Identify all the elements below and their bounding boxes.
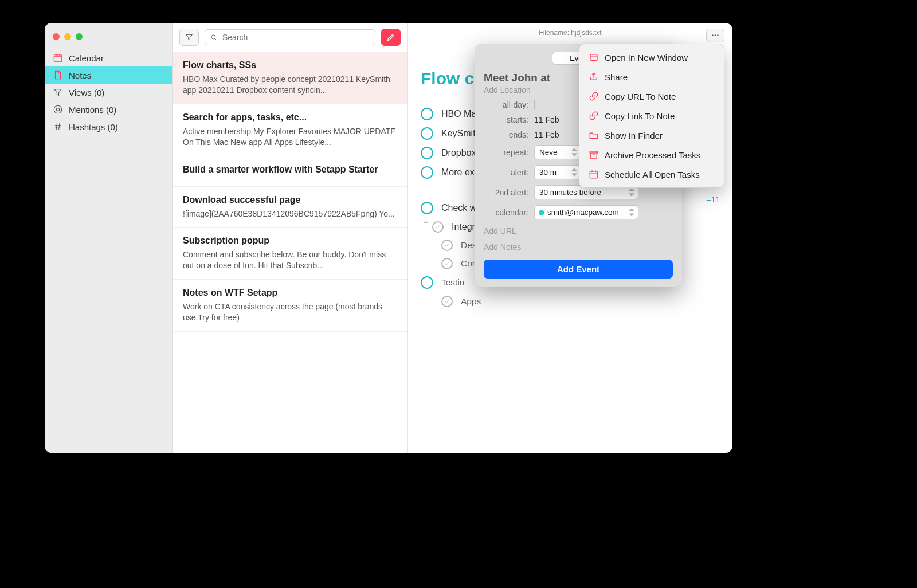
- todo-bullet-icon[interactable]: [421, 147, 433, 159]
- note-list-pane: Flow charts, SSs HBO Max Curated by peop…: [173, 23, 408, 453]
- svg-rect-5: [590, 151, 598, 153]
- menu-schedule-tasks[interactable]: Schedule All Open Tasks: [583, 164, 720, 184]
- sidebar-item-label: Mentions (0): [69, 105, 116, 115]
- menu-archive-tasks[interactable]: Archive Processed Tasks: [583, 145, 720, 164]
- menu-open-new-window[interactable]: Open In New Window: [583, 48, 720, 67]
- filter-button[interactable]: [179, 29, 199, 46]
- check-icon[interactable]: [441, 296, 453, 307]
- calendar-color-dot: [539, 210, 544, 215]
- todo-bullet-icon[interactable]: [421, 166, 433, 179]
- menu-item-label: Open In New Window: [605, 53, 688, 62]
- compose-button[interactable]: [381, 29, 401, 46]
- note-icon: [53, 70, 63, 80]
- sidebar-item-label: Hashtags (0): [69, 122, 118, 132]
- menu-copy-link[interactable]: Copy Link To Note: [583, 106, 720, 126]
- menu-item-label: Copy URL To Note: [605, 92, 676, 101]
- calendar-select[interactable]: smith@macpaw.com: [534, 205, 638, 219]
- sidebar-item-calendar[interactable]: Calendar: [45, 49, 172, 66]
- svg-point-2: [56, 108, 59, 111]
- sidebar-item-notes[interactable]: Notes: [45, 66, 172, 84]
- sidebar-item-views[interactable]: Views (0): [45, 84, 172, 101]
- note-title: Notes on WTF Setapp: [183, 288, 397, 298]
- archive-icon: [589, 150, 599, 160]
- note-preview: HBO Max Curated by people concept 202102…: [183, 74, 397, 96]
- close-window-button[interactable]: [53, 33, 60, 40]
- date-tag: –11: [707, 195, 720, 204]
- add-notes-input[interactable]: Add Notes: [484, 242, 673, 252]
- svg-point-3: [211, 35, 215, 39]
- menu-item-label: Share: [605, 72, 628, 82]
- svg-rect-6: [590, 171, 598, 178]
- ends-label: ends:: [484, 130, 534, 139]
- check-icon[interactable]: [441, 258, 453, 269]
- folder-icon: [589, 130, 599, 140]
- todo-subitem[interactable]: Apps: [421, 292, 720, 311]
- note-title: Download successful page: [183, 195, 397, 205]
- note-title: Search for apps, tasks, etc...: [183, 112, 397, 123]
- window-controls: [45, 29, 172, 49]
- calendar-icon: [53, 53, 63, 63]
- menu-item-label: Copy Link To Note: [605, 111, 675, 121]
- todo-bullet-icon[interactable]: [421, 127, 433, 140]
- note-preview: Work on CTA consistency across the page …: [183, 301, 397, 323]
- menu-copy-url[interactable]: Copy URL To Note: [583, 87, 720, 106]
- list-toolbar: [173, 23, 407, 52]
- alert-label: alert:: [484, 168, 534, 177]
- alert-select[interactable]: 30 m: [534, 165, 581, 179]
- search-input-wrapper[interactable]: [205, 29, 375, 45]
- calendar-label: calendar:: [484, 208, 534, 217]
- share-icon: [589, 72, 599, 82]
- context-menu: Open In New Window Share Copy URL To Not…: [579, 44, 724, 188]
- all-day-label: all-day:: [484, 100, 534, 109]
- filename-label: Filename: hjdjsds.txt: [539, 29, 601, 37]
- note-preview: ![image](2AA760E38D13412096BC9157922AB5F…: [183, 209, 397, 219]
- sidebar-item-label: Views (0): [69, 88, 104, 97]
- svg-point-1: [54, 105, 62, 113]
- link-icon: [589, 111, 599, 121]
- todo-bullet-icon[interactable]: [421, 108, 433, 120]
- sidebar-item-hashtags[interactable]: Hashtags (0): [45, 118, 172, 135]
- at-icon: [53, 104, 63, 115]
- add-url-input[interactable]: Add URL: [484, 226, 673, 236]
- repeat-label: repeat:: [484, 148, 534, 157]
- note-title: Build a smarter workflow with Setapp Sta…: [183, 164, 397, 175]
- funnel-icon: [53, 87, 63, 97]
- check-icon[interactable]: [432, 221, 444, 233]
- check-icon[interactable]: [441, 240, 453, 251]
- search-input[interactable]: [221, 32, 370, 42]
- window-icon: [589, 52, 599, 62]
- all-day-checkbox[interactable]: [534, 100, 535, 110]
- menu-item-label: Schedule All Open Tasks: [605, 170, 700, 179]
- repeat-select[interactable]: Neve: [534, 145, 581, 159]
- note-row[interactable]: Notes on WTF Setapp Work on CTA consiste…: [173, 280, 407, 332]
- note-row[interactable]: Download successful page ![image](2AA760…: [173, 187, 407, 228]
- minimize-window-button[interactable]: [64, 33, 71, 40]
- hashtag-icon: [53, 121, 63, 132]
- link-icon: [589, 91, 599, 101]
- search-icon: [210, 33, 218, 41]
- maximize-window-button[interactable]: [76, 33, 83, 40]
- menu-show-in-finder[interactable]: Show In Finder: [583, 126, 720, 145]
- add-event-button[interactable]: Add Event: [484, 260, 673, 279]
- sidebar-item-label: Calendar: [69, 53, 104, 63]
- alert2-label: 2nd alert:: [484, 188, 534, 197]
- pencil-icon: [386, 33, 395, 42]
- menu-share[interactable]: Share: [583, 67, 720, 87]
- note-row[interactable]: Search for apps, tasks, etc... Active me…: [173, 104, 407, 156]
- todo-bullet-icon[interactable]: [421, 202, 433, 214]
- sidebar-item-mentions[interactable]: Mentions (0): [45, 101, 172, 118]
- note-row[interactable]: Flow charts, SSs HBO Max Curated by peop…: [173, 52, 407, 104]
- note-row[interactable]: Build a smarter workflow with Setapp Sta…: [173, 156, 407, 187]
- note-row[interactable]: Subscription popup Comment and subscribe…: [173, 228, 407, 280]
- app-window: Calendar Notes Views (0) Mentions (0) Ha: [45, 23, 732, 453]
- note-title: Flow charts, SSs: [183, 60, 397, 70]
- svg-rect-4: [590, 54, 597, 61]
- todo-bullet-icon[interactable]: [421, 276, 433, 289]
- menu-item-label: Archive Processed Tasks: [605, 150, 700, 160]
- note-preview: Active membership My Explorer Favorites …: [183, 126, 397, 148]
- note-preview: Comment and subscribe below. Be our budd…: [183, 249, 397, 271]
- calendar-icon: [589, 169, 599, 179]
- more-button[interactable]: ···: [706, 29, 724, 42]
- todo-text: Testin: [441, 277, 465, 288]
- drag-handle-icon[interactable]: ≡: [423, 218, 431, 227]
